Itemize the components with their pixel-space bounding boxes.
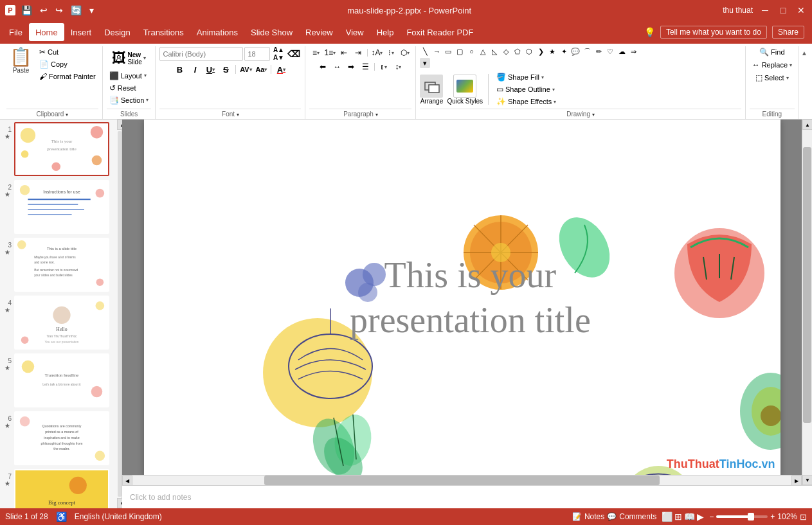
comments-icon[interactable]: 💬 (607, 512, 617, 521)
copy-button[interactable]: 📄 Copy (37, 58, 98, 70)
shape-outline-button[interactable]: ▭ Shape Outline ▾ (494, 84, 559, 95)
save-icon[interactable]: 💾 (19, 4, 34, 17)
underline-button[interactable]: U ▾ (203, 62, 217, 76)
zoom-in-button[interactable]: + (770, 512, 775, 521)
shape-arrow[interactable]: → (431, 46, 442, 57)
close-button[interactable]: ✕ (795, 4, 807, 16)
menu-view[interactable]: View (339, 23, 370, 41)
bullets-button[interactable]: ≡▾ (309, 46, 322, 59)
repeat-icon[interactable]: 🔄 (69, 4, 84, 17)
slide-5-thumbnail[interactable]: Transition headline Let's talk a bit mor… (14, 353, 109, 407)
tell-me-input[interactable]: Tell me what you want to do (660, 26, 767, 39)
shape-rect[interactable]: ▭ (443, 46, 453, 57)
notes-placeholder[interactable]: Click to add notes (130, 493, 191, 502)
slide-sorter-button[interactable]: ⊞ (674, 512, 682, 522)
notes-status-button[interactable]: 📝 (572, 512, 582, 521)
underline-arrow[interactable]: ▾ (212, 67, 215, 73)
shape-curve[interactable]: ⌒ (582, 46, 592, 57)
slide-thumb-6[interactable]: 6 ★ Quotations are commonly printed as a… (3, 411, 119, 465)
slide-4-thumbnail[interactable]: Hello Tran ThuThuatTinHoc You are our pr… (14, 296, 109, 350)
shape-callout[interactable]: 💬 (570, 46, 581, 57)
menu-file[interactable]: File (3, 23, 29, 41)
replace-button[interactable]: ↔ Replace ▾ (750, 59, 795, 71)
slide-7-thumbnail[interactable]: Big concept Bring the attention of your … (14, 469, 109, 508)
slide-2-thumbnail[interactable]: Instructions for use (14, 180, 109, 234)
align-left-button[interactable]: ⬅ (316, 60, 329, 73)
shape-cloud[interactable]: ☁ (617, 46, 627, 57)
fit-button[interactable]: ⊡ (800, 512, 807, 522)
section-arrow[interactable]: ▾ (146, 97, 149, 103)
italic-button[interactable]: I (188, 62, 202, 76)
minimize-button[interactable]: ─ (759, 4, 771, 16)
shape-effects-button[interactable]: ✨ Shape Effects ▾ (494, 96, 559, 107)
shape-star5[interactable]: ★ (547, 46, 557, 57)
zoom-level[interactable]: 102% (777, 512, 797, 521)
text-direction-button[interactable]: ↕A▾ (370, 46, 383, 59)
shape-freeform[interactable]: ✏ (593, 46, 604, 57)
zoom-slider-thumb[interactable] (748, 513, 754, 521)
cut-button[interactable]: ✂ Cut (37, 46, 98, 58)
clear-format-button[interactable]: ⌫ (287, 47, 301, 61)
numbering-button[interactable]: 1≡▾ (323, 46, 336, 59)
select-button[interactable]: ⬚ Select ▾ (753, 72, 791, 84)
columns-button[interactable]: ⫾▾ (377, 60, 390, 73)
menu-animations[interactable]: Animations (190, 23, 244, 41)
bold-button[interactable]: B (172, 62, 186, 76)
share-button[interactable]: Share (772, 26, 804, 39)
menu-slideshow[interactable]: Slide Show (244, 23, 299, 41)
slide-thumb-1[interactable]: 1 ★ This is your presentation title (3, 122, 119, 176)
section-button[interactable]: 📑 Section ▾ (107, 94, 152, 106)
comments-label[interactable]: Comments (619, 512, 656, 521)
vscroll-down-button[interactable]: ▼ (802, 475, 812, 485)
shape-right-triangle[interactable]: ◺ (489, 46, 500, 57)
shape-fill-button[interactable]: 🪣 Shape Fill ▾ (494, 71, 559, 83)
customize-icon[interactable]: ▾ (87, 4, 96, 17)
menu-transitions[interactable]: Transitions (137, 23, 190, 41)
slide-thumb-5[interactable]: 5 ★ Transition headline Let's talk a bit… (3, 353, 119, 407)
font-size-input[interactable] (244, 47, 270, 61)
font-color-button[interactable]: A ▾ (274, 62, 288, 76)
shape-hexagon[interactable]: ⬡ (524, 46, 534, 57)
normal-view-button[interactable]: ⬜ (662, 512, 672, 522)
char-spacing-button[interactable]: AV ▾ (239, 62, 253, 76)
notes-label[interactable]: Notes (584, 512, 604, 521)
redo-icon[interactable]: ↪ (53, 4, 65, 17)
arrange-button[interactable] (420, 75, 443, 98)
hscroll-left-button[interactable]: ◀ (122, 476, 132, 485)
menu-foxit[interactable]: Foxit Reader PDF (400, 23, 480, 41)
align-right-button[interactable]: ➡ (345, 60, 357, 73)
shape-line[interactable]: ╲ (420, 46, 430, 57)
layout-button[interactable]: ⬛ Layout ▾ (107, 70, 152, 82)
align-text-button[interactable]: ⫶▾ (384, 46, 397, 59)
quick-styles-button[interactable] (453, 75, 476, 98)
clipboard-expand[interactable]: ▾ (66, 112, 68, 118)
vscroll-up-button[interactable]: ▲ (802, 120, 812, 130)
notes-bar[interactable]: Click to add notes (122, 485, 812, 508)
paragraph-expand[interactable]: ▾ (375, 112, 378, 118)
smartart-button[interactable]: ⬡▾ (399, 46, 411, 59)
shape-pentagon[interactable]: ⬠ (512, 46, 523, 57)
reading-view-button[interactable]: 📖 (684, 512, 695, 522)
find-button[interactable]: 🔍 Find (757, 46, 787, 58)
format-painter-button[interactable]: 🖌 Format Painter (37, 71, 98, 82)
new-slide-arrow[interactable]: ▾ (143, 55, 146, 61)
reset-button[interactable]: ↺ Reset (107, 82, 152, 94)
decrease-indent-button[interactable]: ⇤ (338, 46, 350, 59)
shape-chevron[interactable]: ❯ (536, 46, 546, 57)
slide-thumb-4[interactable]: 4 ★ Hello Tran ThuThuatTinHoc You are ou… (3, 296, 119, 350)
change-case-button[interactable]: Aa ▾ (254, 62, 268, 76)
menu-insert[interactable]: Insert (64, 23, 98, 41)
decrease-font-button[interactable]: A▼ (271, 54, 285, 61)
align-center-button[interactable]: ↔ (330, 60, 343, 73)
slide-thumb-7[interactable]: 7 ★ Big concept Bring the attention of y… (3, 469, 119, 508)
shape-more[interactable]: ▾ (420, 58, 430, 68)
menu-review[interactable]: Review (299, 23, 339, 41)
slide-thumb-3[interactable]: 3 ★ This is a slide title Maybe you have… (3, 238, 119, 292)
shape-block-arrow[interactable]: ⇒ (628, 46, 638, 57)
slide-1-thumbnail[interactable]: This is your presentation title (14, 122, 109, 176)
line-spacing-button[interactable]: ↕▾ (392, 60, 404, 73)
hscroll-right-button[interactable]: ▶ (791, 476, 802, 485)
justify-button[interactable]: ☰ (359, 60, 372, 73)
undo-icon[interactable]: ↩ (38, 4, 50, 17)
new-slide-button[interactable]: 🖼 New Slide ▾ (109, 48, 149, 69)
